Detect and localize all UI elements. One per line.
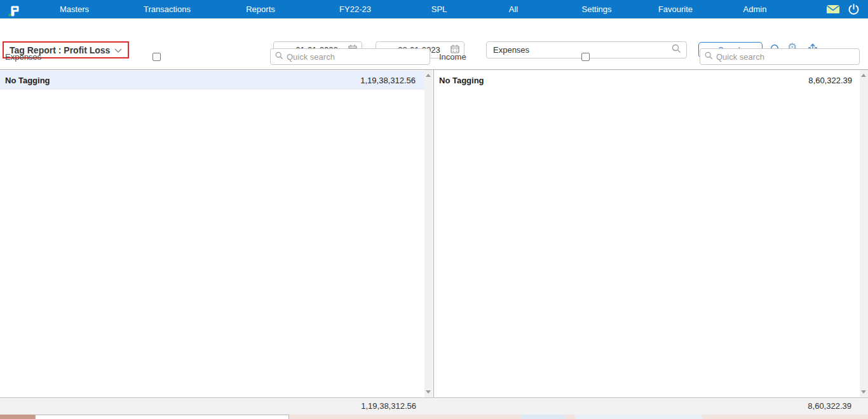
app-window: Masters Transactions Reports FY22-23 SPL… <box>0 0 868 419</box>
nav-item-settings[interactable]: Settings <box>582 0 612 18</box>
right-panel-title: Income <box>439 52 466 62</box>
tag-amount: 1,19,38,312.56 <box>360 76 416 85</box>
scroll-down-icon[interactable] <box>861 390 866 394</box>
table-row[interactable]: No Tagging 8,60,322.39 <box>434 71 860 90</box>
expenses-quick-search-field <box>270 48 430 65</box>
nav-item-fiscal-year[interactable]: FY22-23 <box>339 0 371 18</box>
search-icon <box>275 51 283 62</box>
nav-item-all[interactable]: All <box>509 0 518 18</box>
left-panel-scrollbar[interactable] <box>424 70 433 397</box>
tag-amount: 8,60,322.39 <box>808 76 852 85</box>
panel-divider <box>433 70 434 397</box>
power-icon[interactable] <box>848 3 860 18</box>
nav-item-favourite[interactable]: Favourite <box>658 0 693 18</box>
background-window-edge <box>0 415 868 419</box>
nav-item-transactions[interactable]: Transactions <box>144 0 191 18</box>
top-navbar: Masters Transactions Reports FY22-23 SPL… <box>0 0 868 18</box>
tag-name: No Tagging <box>434 76 484 85</box>
left-panel-title: Expenses <box>5 52 41 62</box>
search-icon <box>705 51 713 62</box>
tag-name: No Tagging <box>0 76 50 85</box>
table-row[interactable]: No Tagging 1,19,38,312.56 <box>0 71 424 90</box>
income-checkbox[interactable] <box>581 53 590 61</box>
income-quick-search-input[interactable] <box>716 49 859 64</box>
expenses-total: 1,19,38,312.56 <box>0 398 416 415</box>
nav-item-company[interactable]: SPL <box>431 0 447 18</box>
content-top-border <box>0 69 868 70</box>
scroll-down-icon[interactable] <box>426 390 431 394</box>
income-total: 8,60,322.39 <box>434 398 851 415</box>
app-logo-icon[interactable] <box>6 1 23 18</box>
income-quick-search-field <box>700 48 860 65</box>
scroll-up-icon[interactable] <box>861 74 866 77</box>
search-icon[interactable] <box>672 44 681 56</box>
nav-item-reports[interactable]: Reports <box>246 0 275 18</box>
right-panel-scrollbar[interactable] <box>860 70 868 397</box>
report-toolbar: Tag Report : Profit Loss <box>0 18 868 45</box>
nav-item-admin[interactable]: Admin <box>743 0 767 18</box>
mail-icon[interactable] <box>826 4 840 17</box>
nav-item-masters[interactable]: Masters <box>60 0 89 18</box>
chevron-down-icon <box>114 45 122 56</box>
expenses-checkbox[interactable] <box>153 53 161 61</box>
totals-footer: 1,19,38,312.56 8,60,322.39 <box>0 397 868 415</box>
account-search-input[interactable] <box>487 42 672 58</box>
expenses-quick-search-input[interactable] <box>287 49 430 64</box>
scroll-up-icon[interactable] <box>426 74 431 77</box>
